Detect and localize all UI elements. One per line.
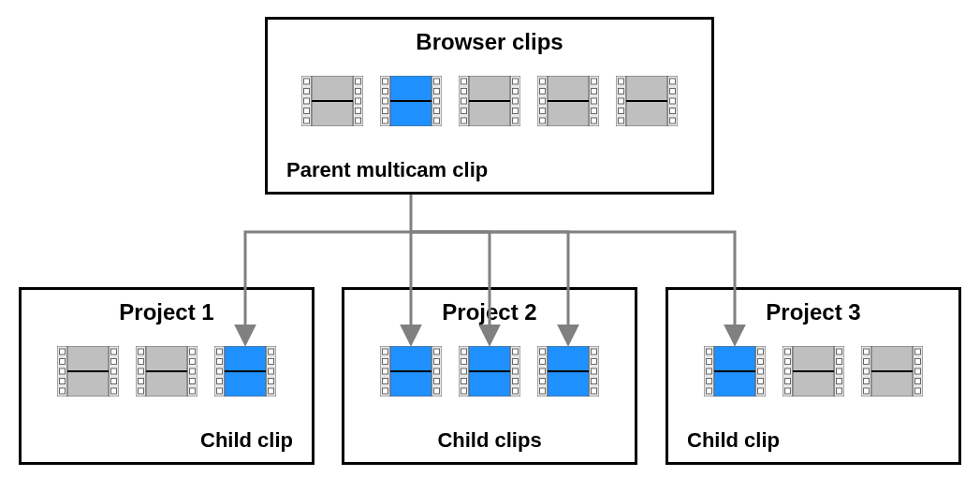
film-clip-icon (537, 76, 599, 126)
film-clip-icon (136, 346, 197, 397)
svg-rect-130 (461, 349, 467, 354)
svg-rect-106 (217, 388, 223, 394)
svg-rect-186 (864, 349, 870, 354)
film-clip-icon (616, 76, 678, 126)
svg-rect-160 (707, 368, 712, 374)
project-caption-2: Child clips (344, 428, 635, 453)
svg-rect-25 (434, 98, 440, 104)
svg-rect-12 (356, 108, 361, 114)
svg-rect-105 (217, 379, 223, 384)
svg-rect-13 (356, 118, 361, 123)
svg-rect-5 (304, 89, 310, 94)
svg-rect-91 (139, 379, 144, 384)
diagram-stage: Browser clips Parent multicam clip Proje… (0, 0, 980, 491)
film-clip-icon (459, 76, 520, 126)
svg-rect-68 (670, 108, 676, 114)
svg-rect-165 (758, 368, 764, 374)
svg-rect-60 (619, 79, 624, 84)
svg-rect-137 (513, 368, 519, 374)
svg-rect-158 (707, 349, 712, 354)
svg-rect-26 (434, 108, 440, 114)
browser-clips-panel: Browser clips Parent multicam clip (265, 17, 714, 195)
svg-rect-37 (513, 79, 519, 84)
svg-rect-133 (461, 379, 467, 384)
svg-rect-146 (540, 368, 546, 374)
svg-rect-36 (461, 118, 467, 123)
svg-rect-174 (785, 368, 791, 374)
svg-rect-104 (217, 368, 223, 374)
svg-rect-65 (670, 79, 676, 84)
svg-rect-7 (304, 108, 310, 114)
svg-rect-138 (513, 379, 519, 384)
svg-rect-161 (707, 379, 712, 384)
svg-rect-93 (190, 349, 196, 354)
svg-rect-61 (619, 89, 624, 94)
svg-rect-102 (217, 349, 223, 354)
project-panel-1: Project 1 Child clip (19, 287, 314, 465)
svg-rect-21 (383, 108, 388, 114)
svg-rect-81 (111, 368, 117, 374)
project-title-3: Project 3 (668, 299, 958, 325)
project-clip-row-3 (668, 346, 958, 397)
svg-rect-92 (139, 388, 144, 394)
svg-rect-151 (592, 368, 597, 374)
svg-rect-75 (60, 359, 66, 365)
svg-rect-50 (540, 118, 546, 123)
svg-rect-47 (540, 89, 546, 94)
film-clip-icon (214, 346, 276, 397)
project-panel-2: Project 2 Child clips (342, 287, 637, 465)
svg-rect-41 (513, 118, 519, 123)
svg-rect-134 (461, 388, 467, 394)
svg-rect-94 (190, 359, 196, 365)
svg-rect-159 (707, 359, 712, 365)
svg-rect-6 (304, 98, 310, 104)
svg-rect-88 (139, 349, 144, 354)
svg-rect-4 (304, 79, 310, 84)
svg-rect-83 (111, 388, 117, 394)
svg-rect-145 (540, 359, 546, 365)
svg-rect-177 (837, 349, 842, 354)
svg-rect-27 (434, 118, 440, 123)
svg-rect-54 (592, 108, 597, 114)
svg-rect-24 (434, 89, 440, 94)
svg-rect-193 (915, 368, 921, 374)
svg-rect-55 (592, 118, 597, 123)
browser-title: Browser clips (268, 29, 711, 55)
svg-rect-8 (304, 118, 310, 123)
svg-rect-175 (785, 379, 791, 384)
svg-rect-52 (592, 89, 597, 94)
svg-rect-162 (707, 388, 712, 394)
svg-rect-187 (864, 359, 870, 365)
svg-rect-46 (540, 79, 546, 84)
svg-rect-149 (592, 349, 597, 354)
svg-rect-51 (592, 79, 597, 84)
svg-rect-167 (758, 388, 764, 394)
svg-rect-82 (111, 379, 117, 384)
svg-rect-53 (592, 98, 597, 104)
svg-rect-90 (139, 368, 144, 374)
browser-caption: Parent multicam clip (286, 158, 488, 182)
svg-rect-181 (837, 388, 842, 394)
svg-rect-10 (356, 89, 361, 94)
svg-rect-189 (864, 379, 870, 384)
project-clip-row-1 (22, 346, 312, 397)
svg-rect-96 (190, 379, 196, 384)
svg-rect-179 (837, 368, 842, 374)
svg-rect-191 (915, 349, 921, 354)
svg-rect-188 (864, 368, 870, 374)
svg-rect-125 (434, 388, 440, 394)
svg-rect-120 (383, 388, 388, 394)
svg-rect-116 (383, 349, 388, 354)
svg-rect-35 (461, 108, 467, 114)
svg-rect-111 (269, 388, 274, 394)
svg-rect-33 (461, 89, 467, 94)
film-clip-icon (380, 346, 442, 397)
svg-rect-39 (513, 98, 519, 104)
svg-rect-152 (592, 379, 597, 384)
svg-rect-195 (915, 388, 921, 394)
svg-rect-135 (513, 349, 519, 354)
svg-rect-109 (269, 368, 274, 374)
project-caption-3: Child clip (687, 428, 780, 453)
film-clip-icon (459, 346, 520, 397)
svg-rect-49 (540, 108, 546, 114)
